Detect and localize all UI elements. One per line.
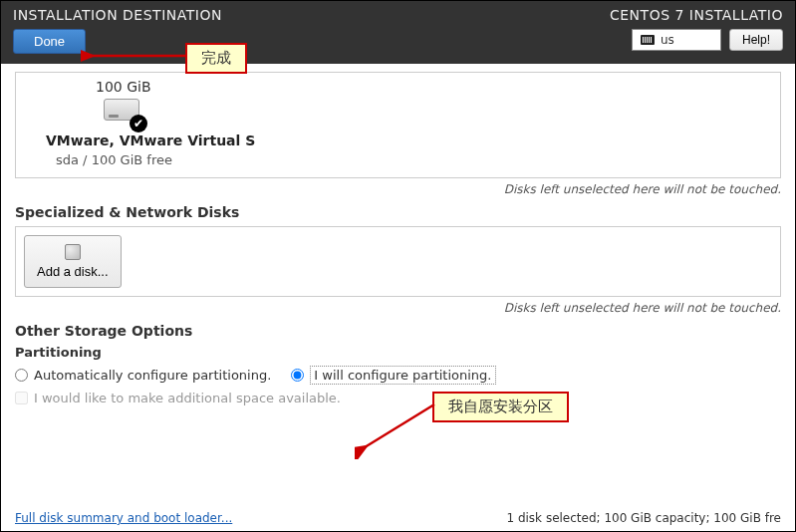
partitioning-subtitle: Partitioning [15,345,781,360]
help-button[interactable]: Help! [729,29,783,51]
local-disks-box: 100 GiB ✔ VMware, VMware Virtual S sda /… [15,72,781,178]
disk-item[interactable]: 100 GiB ✔ VMware, VMware Virtual S sda /… [26,79,770,167]
radio-auto-label: Automatically configure partitioning. [34,368,271,383]
local-disks-note: Disks left unselected here will not be t… [15,182,781,196]
footer-status: 1 disk selected; 100 GiB capacity; 100 G… [506,511,781,525]
done-button[interactable]: Done [13,29,86,54]
keyboard-layout-indicator[interactable]: us [632,29,721,51]
reclaim-label: I would like to make additional space av… [34,391,341,405]
reclaim-checkbox [15,392,28,404]
radio-manual-partition[interactable]: I will configure partitioning. [291,366,495,385]
add-disk-label: Add a disk... [37,264,109,279]
radio-manual-label: I will configure partitioning. [310,366,495,385]
reclaim-space-row: I would like to make additional space av… [15,391,781,405]
disk-plus-icon [65,244,81,260]
disk-name-label: VMware, VMware Virtual S [46,133,255,148]
disk-summary-link[interactable]: Full disk summary and boot loader... [15,511,232,525]
page-title: INSTALLATION DESTINATION [13,7,222,23]
network-disks-note: Disks left unselected here will not be t… [15,301,781,315]
radio-manual-input[interactable] [291,369,304,382]
disk-detail-label: sda / 100 GiB free [56,152,172,167]
footer-bar: Full disk summary and boot loader... 1 d… [15,511,781,525]
network-disks-box: Add a disk... [15,226,781,297]
disk-size-label: 100 GiB [96,79,151,95]
annotation-manual-partition: 我自愿安装分区 [432,392,569,422]
checkmark-icon: ✔ [130,115,147,133]
header-bar: INSTALLATION DESTINATION Done CENTOS 7 I… [1,1,795,64]
network-disks-title: Specialized & Network Disks [15,204,781,220]
radio-auto-partition[interactable]: Automatically configure partitioning. [15,368,271,383]
add-disk-button[interactable]: Add a disk... [24,235,122,288]
radio-auto-input[interactable] [15,369,28,382]
installer-title: CENTOS 7 INSTALLATIO [610,7,783,23]
storage-options-title: Other Storage Options [15,323,781,339]
keyboard-layout-label: us [661,33,674,47]
keyboard-icon [641,35,655,45]
annotation-done: 完成 [185,43,247,74]
disk-icon: ✔ [104,99,143,129]
